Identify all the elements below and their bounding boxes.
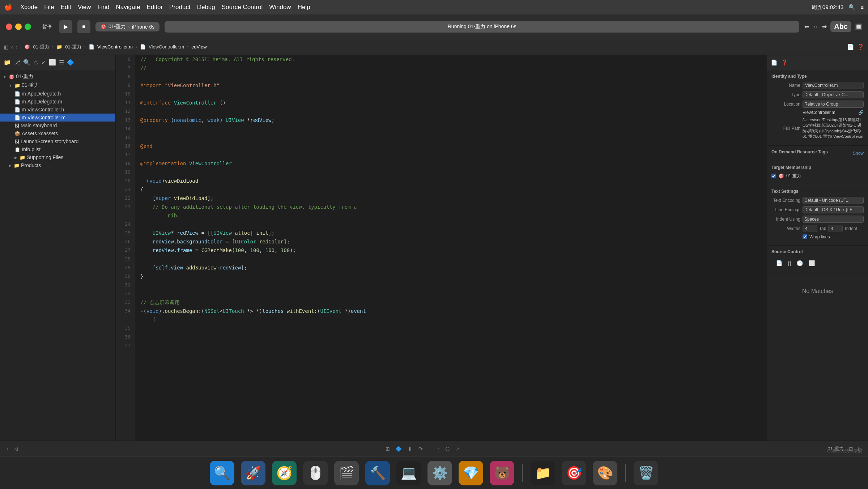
show-button[interactable]: Show	[853, 151, 864, 156]
help-icon[interactable]: ❓	[857, 43, 864, 50]
sc-blame-icon[interactable]: ⬜	[808, 260, 815, 267]
menu-xcode[interactable]: Xcode	[20, 4, 38, 11]
layout-icon[interactable]: ⊞	[386, 446, 390, 452]
debug-icon[interactable]: ⬜	[49, 59, 56, 66]
dock-app1[interactable]: 📁	[531, 461, 555, 485]
breadcrumb-symbol[interactable]: ViewController.m	[149, 44, 184, 50]
breadcrumb-group[interactable]: 01-重力	[65, 44, 81, 50]
line-endings-select[interactable]: Default - OS X / Unix (LF	[803, 206, 864, 213]
dock-finder[interactable]: 🔍	[210, 461, 234, 485]
sc-code-icon[interactable]: {}	[788, 260, 791, 266]
menu-navigate[interactable]: Navigate	[116, 4, 140, 11]
dock-sketch[interactable]: 💎	[459, 461, 483, 485]
indent-width-input[interactable]	[828, 225, 843, 232]
file-item-viewcontroller-h[interactable]: 📄 m ViewController.h	[0, 106, 115, 114]
dock-xcode[interactable]: 🔨	[365, 461, 390, 485]
search-icon[interactable]: 🔍	[848, 4, 855, 10]
dock-terminal[interactable]: 💻	[396, 461, 421, 485]
dock-bear[interactable]: 🐻	[490, 461, 514, 485]
maximize-button[interactable]	[25, 24, 31, 30]
share-icon[interactable]: ↗	[455, 446, 460, 452]
pause-icon[interactable]: ⏸	[408, 446, 413, 452]
menu-icon[interactable]: ≡	[860, 4, 864, 10]
sc-history-icon[interactable]: 🕐	[796, 260, 803, 267]
step-out-icon[interactable]: ↑	[437, 446, 439, 452]
step-into-icon[interactable]: ↓	[429, 446, 431, 452]
menu-debug[interactable]: Debug	[197, 4, 215, 11]
code-line	[140, 90, 761, 98]
apple-menu[interactable]: 🍎	[4, 3, 12, 11]
dock-mouse[interactable]: 🖱️	[303, 461, 328, 485]
folder-nav-icon[interactable]: 📁	[4, 59, 11, 66]
code-editor[interactable]: 6 7 8 9 10 11 12 13 14 15 16 17 18 19 20…	[116, 55, 767, 456]
file-item-main-storyboard[interactable]: 🖼 Main.storyboard	[0, 122, 115, 129]
step-over-icon[interactable]: ↷	[418, 446, 423, 452]
file-item-supporting-files[interactable]: ▶ 📁 Supporting Files	[0, 153, 115, 161]
file-item-viewcontroller-m[interactable]: 📄 m ViewController.m	[0, 114, 115, 122]
menu-window[interactable]: Window	[269, 4, 291, 11]
dock-quicktime[interactable]: 🎬	[334, 461, 359, 485]
file-item-info-plist[interactable]: 📋 Info.plist	[0, 145, 115, 153]
indent-select[interactable]: Spaces	[803, 216, 864, 223]
search-nav-icon[interactable]: 🔍	[23, 59, 30, 66]
nav-forward-icon[interactable]: ›	[16, 44, 18, 50]
nav-icon-1[interactable]: ⬅	[804, 23, 809, 30]
menu-editor[interactable]: Editor	[147, 4, 163, 11]
file-item-appdelegate-m[interactable]: 📄 m AppDelegate.m	[0, 98, 115, 106]
stop-button[interactable]: ■	[77, 20, 90, 33]
report-icon[interactable]: 🔷	[67, 59, 74, 66]
location-select[interactable]: Relative to Group	[803, 101, 864, 108]
reveal-icon[interactable]: 🔗	[858, 110, 864, 115]
nav-icon-3[interactable]: ➡	[822, 23, 827, 30]
encoding-select[interactable]: Default - Unicode (UT...	[803, 197, 864, 204]
dock-system-prefs[interactable]: ⚙️	[427, 461, 452, 485]
test-icon[interactable]: ✓	[41, 59, 46, 66]
name-input[interactable]	[803, 82, 864, 89]
menu-view[interactable]: View	[78, 4, 91, 11]
target-checkbox[interactable]	[771, 174, 776, 178]
breakpoint-icon[interactable]: ☰	[59, 59, 64, 66]
dock-trash[interactable]: 🗑️	[634, 461, 658, 485]
wrap-lines-checkbox[interactable]	[803, 234, 807, 239]
menu-edit[interactable]: Edit	[61, 4, 71, 11]
back-icon[interactable]: ◁	[14, 446, 18, 452]
share-icon[interactable]: 🔲	[855, 23, 862, 30]
menu-help[interactable]: Help	[298, 4, 310, 11]
file-item-assets[interactable]: 📦 Assets.xcassets	[0, 129, 115, 137]
inspector-toggle-icon[interactable]: 📄	[847, 43, 854, 50]
warning-icon[interactable]: ⚠	[33, 59, 38, 66]
file-item-launchscreen[interactable]: 🖼 LaunchScreen.storyboard	[0, 137, 115, 145]
sidebar-toggle-icon[interactable]: ◧	[4, 44, 8, 50]
quick-help-icon[interactable]: ❓	[781, 59, 788, 66]
breakpoint-icon[interactable]: 🔷	[396, 446, 402, 452]
minimize-button[interactable]	[15, 24, 22, 30]
nav-icon-2[interactable]: ↔	[813, 24, 818, 30]
close-button[interactable]	[6, 24, 12, 30]
breadcrumb-file[interactable]: ViewController.m	[97, 44, 133, 50]
breadcrumb-project[interactable]: 01-重力	[33, 44, 49, 50]
source-control-icon[interactable]: ⎇	[14, 59, 20, 66]
nav-back-icon[interactable]: ‹	[11, 44, 13, 50]
breadcrumb-member[interactable]: eqView	[191, 44, 207, 50]
system-clock: 周五09:02:43	[812, 4, 843, 11]
menu-product[interactable]: Product	[169, 4, 191, 11]
tree-root[interactable]: ▼ 🎯 01-重力	[0, 72, 115, 81]
menu-file[interactable]: File	[44, 4, 54, 11]
file-inspector-icon[interactable]: 📄	[771, 59, 778, 66]
file-item-products[interactable]: ▶ 📁 Products	[0, 161, 115, 169]
dock-app3[interactable]: 🎨	[593, 461, 617, 485]
dock-app2[interactable]: 🎯	[562, 461, 586, 485]
debug-icon[interactable]: ⬡	[445, 446, 450, 452]
run-button[interactable]: ▶	[59, 20, 72, 33]
type-select[interactable]: Default - Objective-C...	[803, 91, 864, 98]
file-item-appdelegate-h[interactable]: 📄 m AppDelegate.h	[0, 90, 115, 98]
dock-safari[interactable]: 🧭	[272, 461, 297, 485]
sc-file-icon[interactable]: 📄	[776, 260, 783, 267]
scheme-selector[interactable]: 🎯 01-重力 › iPhone 6s	[95, 22, 159, 31]
add-file-icon[interactable]: +	[6, 446, 9, 452]
dock-launchpad[interactable]: 🚀	[241, 461, 265, 485]
menu-find[interactable]: Find	[97, 4, 109, 11]
tree-group1[interactable]: ▼ 📁 01-重力	[0, 81, 115, 90]
tab-width-input[interactable]	[803, 225, 817, 232]
menu-source-control[interactable]: Source Control	[222, 4, 263, 11]
